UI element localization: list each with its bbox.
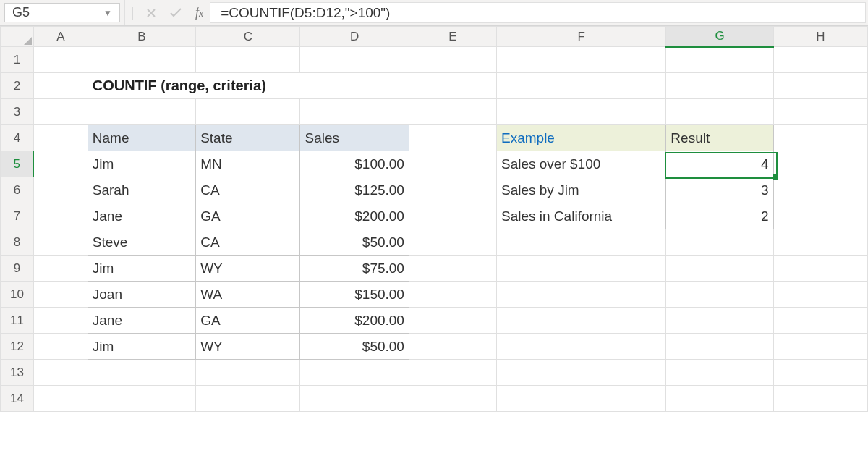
col-header-E[interactable]: E xyxy=(409,27,496,47)
cell-G6[interactable]: 3 xyxy=(666,177,773,203)
select-all-corner[interactable] xyxy=(1,27,34,47)
row-header-6[interactable]: 6 xyxy=(1,177,34,203)
row-header-12[interactable]: 12 xyxy=(1,334,34,360)
cell-A11[interactable] xyxy=(33,308,88,334)
cell-D10[interactable]: $150.00 xyxy=(300,282,409,308)
cell-A12[interactable] xyxy=(33,334,88,360)
cell-G9[interactable] xyxy=(666,256,773,282)
cell-E1[interactable] xyxy=(409,47,496,73)
cell-F8[interactable] xyxy=(497,229,666,256)
grid[interactable]: A B C D E F G H 1 2 COUNTIF (range, crit… xyxy=(0,26,868,412)
cell-D9[interactable]: $75.00 xyxy=(300,256,409,282)
cell-F3[interactable] xyxy=(497,99,666,125)
cell-H12[interactable] xyxy=(773,334,867,360)
cell-E13[interactable] xyxy=(409,360,496,386)
cell-G2[interactable] xyxy=(666,73,773,99)
cell-A6[interactable] xyxy=(33,177,88,203)
cell-E11[interactable] xyxy=(409,308,496,334)
row-header-9[interactable]: 9 xyxy=(1,256,34,282)
cell-D1[interactable] xyxy=(300,47,409,73)
cell-H6[interactable] xyxy=(773,177,867,203)
row-header-3[interactable]: 3 xyxy=(1,99,34,125)
cell-H11[interactable] xyxy=(773,308,867,334)
cell-B10[interactable]: Joan xyxy=(88,282,195,308)
cell-C7[interactable]: GA xyxy=(196,203,300,229)
cell-G1[interactable] xyxy=(666,47,773,73)
cell-A9[interactable] xyxy=(33,256,88,282)
cell-G14[interactable] xyxy=(666,386,773,412)
cell-H9[interactable] xyxy=(773,256,867,282)
cell-A2[interactable] xyxy=(33,73,88,99)
row-header-14[interactable]: 14 xyxy=(1,386,34,412)
row-header-2[interactable]: 2 xyxy=(1,73,34,99)
col-header-B[interactable]: B xyxy=(88,27,195,47)
cell-H4[interactable] xyxy=(773,125,867,151)
cell-D14[interactable] xyxy=(300,386,409,412)
cell-F6[interactable]: Sales by Jim xyxy=(497,177,666,203)
row-header-8[interactable]: 8 xyxy=(1,229,34,256)
row-header-10[interactable]: 10 xyxy=(1,282,34,308)
cell-F14[interactable] xyxy=(497,386,666,412)
cell-F2[interactable] xyxy=(497,73,666,99)
col-header-A[interactable]: A xyxy=(33,27,88,47)
formula-input[interactable]: =COUNTIF(D5:D12,">100") xyxy=(210,2,866,23)
cell-G11[interactable] xyxy=(666,308,773,334)
row-header-11[interactable]: 11 xyxy=(1,308,34,334)
name-box[interactable]: G5 ▼ xyxy=(4,3,120,22)
cell-B8[interactable]: Steve xyxy=(88,229,195,256)
cell-C3[interactable] xyxy=(196,99,300,125)
cancel-icon[interactable] xyxy=(146,8,156,18)
cell-D6[interactable]: $125.00 xyxy=(300,177,409,203)
cell-C12[interactable]: WY xyxy=(196,334,300,360)
cell-C14[interactable] xyxy=(196,386,300,412)
cell-F13[interactable] xyxy=(497,360,666,386)
cell-F12[interactable] xyxy=(497,334,666,360)
cell-B12[interactable]: Jim xyxy=(88,334,195,360)
cell-B3[interactable] xyxy=(88,99,195,125)
cell-A1[interactable] xyxy=(33,47,88,73)
cell-B5[interactable]: Jim xyxy=(88,151,195,177)
cell-B4[interactable]: Name xyxy=(88,125,195,151)
cell-E10[interactable] xyxy=(409,282,496,308)
cell-A3[interactable] xyxy=(33,99,88,125)
cell-C5[interactable]: MN xyxy=(196,151,300,177)
cell-H2[interactable] xyxy=(773,73,867,99)
cell-B1[interactable] xyxy=(88,47,195,73)
cell-H1[interactable] xyxy=(773,47,867,73)
col-header-H[interactable]: H xyxy=(773,27,867,47)
cell-H3[interactable] xyxy=(773,99,867,125)
cell-E4[interactable] xyxy=(409,125,496,151)
cell-D11[interactable]: $200.00 xyxy=(300,308,409,334)
cell-H5[interactable] xyxy=(773,151,867,177)
cell-G3[interactable] xyxy=(666,99,773,125)
cell-C6[interactable]: CA xyxy=(196,177,300,203)
cell-D8[interactable]: $50.00 xyxy=(300,229,409,256)
cell-F11[interactable] xyxy=(497,308,666,334)
cell-G7[interactable]: 2 xyxy=(666,203,773,229)
cell-B11[interactable]: Jane xyxy=(88,308,195,334)
cell-E9[interactable] xyxy=(409,256,496,282)
cell-H7[interactable] xyxy=(773,203,867,229)
cell-B6[interactable]: Sarah xyxy=(88,177,195,203)
cell-D7[interactable]: $200.00 xyxy=(300,203,409,229)
cell-F10[interactable] xyxy=(497,282,666,308)
chevron-down-icon[interactable]: ▼ xyxy=(103,8,112,18)
cell-C4[interactable]: State xyxy=(196,125,300,151)
row-header-7[interactable]: 7 xyxy=(1,203,34,229)
cell-title[interactable]: COUNTIF (range, criteria) xyxy=(88,73,409,99)
cell-C8[interactable]: CA xyxy=(196,229,300,256)
cell-D12[interactable]: $50.00 xyxy=(300,334,409,360)
cell-E3[interactable] xyxy=(409,99,496,125)
cell-G5[interactable]: 4 xyxy=(666,151,773,177)
cell-D3[interactable] xyxy=(300,99,409,125)
cell-B9[interactable]: Jim xyxy=(88,256,195,282)
cell-G13[interactable] xyxy=(666,360,773,386)
cell-E12[interactable] xyxy=(409,334,496,360)
cell-E14[interactable] xyxy=(409,386,496,412)
cell-C1[interactable] xyxy=(196,47,300,73)
cell-F7[interactable]: Sales in California xyxy=(497,203,666,229)
cell-A8[interactable] xyxy=(33,229,88,256)
cell-B13[interactable] xyxy=(88,360,195,386)
cell-D5[interactable]: $100.00 xyxy=(300,151,409,177)
cell-G10[interactable] xyxy=(666,282,773,308)
